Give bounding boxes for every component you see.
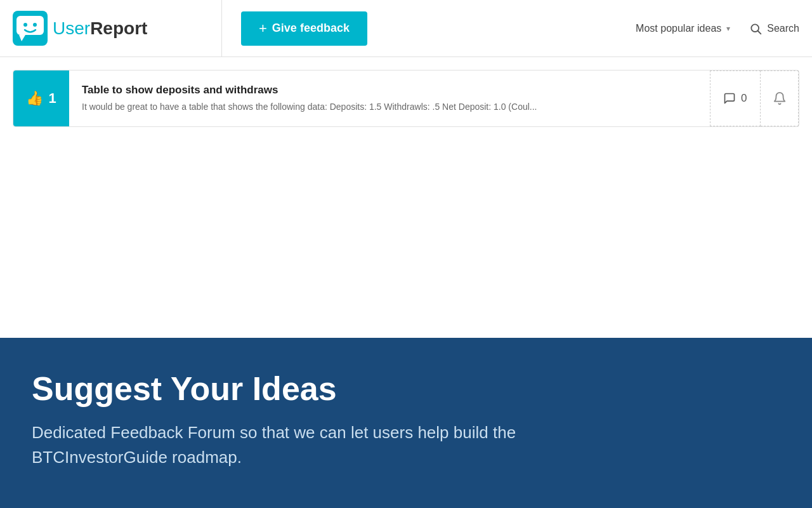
comment-button[interactable]: 0 [710,70,761,126]
vote-count: 1 [48,90,56,107]
logo-text: UserReport [53,18,147,39]
svg-line-6 [758,30,761,34]
vote-button[interactable]: 👍 1 [13,70,69,126]
idea-title[interactable]: Table to show deposits and withdraws [82,84,697,97]
comment-count: 0 [741,92,747,105]
idea-actions: 0 [710,70,799,126]
logo-area: UserReport [13,0,222,57]
search-icon [749,22,762,35]
comment-icon [723,92,736,105]
svg-point-4 [33,23,37,27]
idea-body: Table to show deposits and withdraws It … [69,75,710,123]
cta-title: Suggest Your Ideas [32,370,780,408]
search-label: Search [767,23,799,34]
bell-icon [773,91,787,105]
give-feedback-label: Give feedback [272,22,350,35]
cta-description: Dedicated Feedback Forum so that we can … [32,420,603,470]
header-right: Most popular ideas ▾ Search [636,22,799,35]
idea-description: It would be great to have a table that s… [82,100,602,114]
main-content: 👍 1 Table to show deposits and withdraws… [0,57,812,324]
thumbs-up-icon: 👍 [26,90,43,107]
search-area[interactable]: Search [749,22,799,35]
notify-button[interactable] [761,70,799,126]
give-feedback-button[interactable]: + Give feedback [241,11,367,46]
sort-label: Most popular ideas [636,23,721,34]
plus-icon: + [259,20,267,37]
svg-point-3 [23,23,27,27]
userreport-logo-icon [13,11,48,46]
sort-dropdown[interactable]: Most popular ideas ▾ [636,23,730,34]
chevron-down-icon: ▾ [726,24,730,33]
header: UserReport + Give feedback Most popular … [0,0,812,57]
idea-card: 👍 1 Table to show deposits and withdraws… [13,70,799,127]
cta-section: Suggest Your Ideas Dedicated Feedback Fo… [0,338,812,508]
